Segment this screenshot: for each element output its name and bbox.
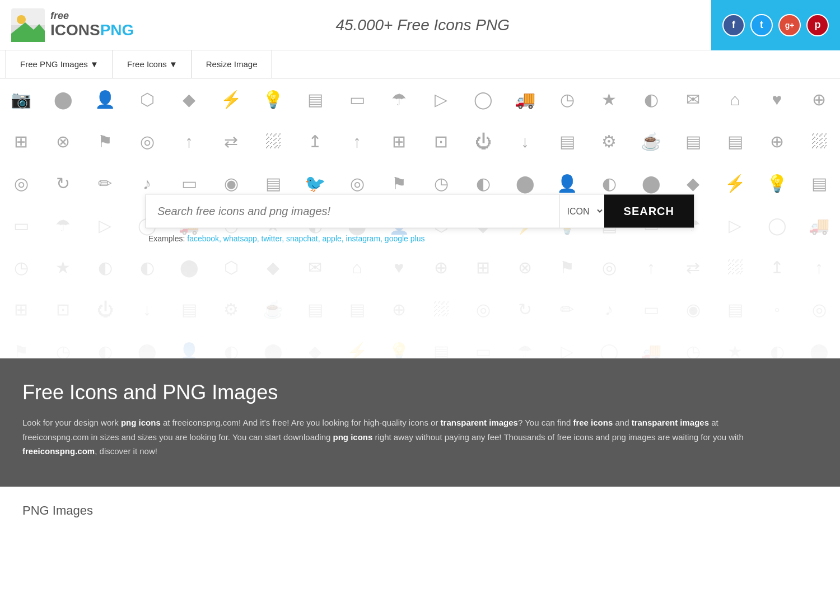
icon-cell: ↑ <box>336 120 378 162</box>
icon-cell: ↻ <box>504 288 546 330</box>
icon-cell: ◆ <box>168 78 210 120</box>
icon-cell: ⊞ <box>0 288 42 330</box>
icon-cell: ◐ <box>126 246 168 288</box>
twitter-social-btn[interactable]: t <box>750 14 773 36</box>
search-input[interactable] <box>146 195 559 228</box>
header: free ICONSPNG 45.000+ Free Icons PNG f t… <box>0 0 840 50</box>
icon-cell: ▤ <box>714 120 756 162</box>
icon-cell: 🚚 <box>630 330 672 358</box>
footer-light: PNG Images <box>0 487 840 535</box>
icon-cell: ↑ <box>630 246 672 288</box>
icon-cell: ☂ <box>378 78 420 120</box>
icon-cell: ⚑ <box>546 246 588 288</box>
icon-cell: ◯ <box>462 78 504 120</box>
nav-resize-image[interactable]: Resize Image <box>192 50 272 78</box>
facebook-social-btn[interactable]: f <box>722 14 745 36</box>
icon-cell: ☂ <box>504 330 546 358</box>
icon-cell: ⛆ <box>252 120 294 162</box>
nav-free-png-images[interactable]: Free PNG Images ▼ <box>6 50 113 78</box>
nav-free-icons[interactable]: Free Icons ▼ <box>113 50 192 78</box>
example-googleplus[interactable]: google plus <box>385 234 425 243</box>
logo-free-text: free <box>50 11 134 22</box>
icon-cell: ◆ <box>252 246 294 288</box>
icon-cell: ◎ <box>462 288 504 330</box>
search-button[interactable]: SEARCH <box>604 195 694 228</box>
icon-cell: ◎ <box>0 162 42 204</box>
icon-cell: ▭ <box>630 288 672 330</box>
icon-cell: ✏ <box>546 288 588 330</box>
search-box: ICON PNG SEARCH <box>146 194 694 228</box>
icon-cell: ⚙ <box>210 288 252 330</box>
footer-paragraph: Look for your design work png icons at f… <box>22 416 750 459</box>
icon-cell: ⬤ <box>42 78 84 120</box>
icon-cell: ◦ <box>756 288 798 330</box>
icon-cell: ⚑ <box>84 120 126 162</box>
icon-cell: ◉ <box>672 288 714 330</box>
icon-cell: ⛆ <box>714 246 756 288</box>
icon-cell: ★ <box>588 78 630 120</box>
icon-cell: ☕ <box>252 288 294 330</box>
icon-cell: 📷 <box>0 78 42 120</box>
icon-cell: ⊡ <box>420 120 462 162</box>
icon-cell: ⊗ <box>42 120 84 162</box>
icon-cell: ▤ <box>294 78 336 120</box>
example-instagram[interactable]: instagram, <box>346 234 382 243</box>
icon-cell: ↻ <box>42 162 84 204</box>
icon-cell: ⊕ <box>420 246 462 288</box>
footer-dark: Free Icons and PNG Images Look for your … <box>0 358 840 487</box>
icon-cell: 👤 <box>84 78 126 120</box>
icon-cell: ◐ <box>756 330 798 358</box>
icon-cell: ▭ <box>0 204 42 246</box>
example-whatsapp[interactable]: whatsapp, <box>223 234 259 243</box>
icon-cell: ⌂ <box>336 246 378 288</box>
example-snapchat[interactable]: snapchat, <box>286 234 320 243</box>
icon-cell: ▷ <box>84 204 126 246</box>
googleplus-social-btn[interactable]: g+ <box>778 14 801 36</box>
icon-cell: ▤ <box>168 288 210 330</box>
icon-cell: ▤ <box>672 120 714 162</box>
icon-cell: ⏻ <box>462 120 504 162</box>
pinterest-social-btn[interactable]: p <box>806 14 829 36</box>
example-twitter[interactable]: twitter, <box>262 234 284 243</box>
icon-cell: ◯ <box>756 204 798 246</box>
icon-cell: ⊡ <box>42 288 84 330</box>
svg-point-2 <box>17 15 26 24</box>
icon-cell: ⚑ <box>0 330 42 358</box>
search-type-select[interactable]: ICON PNG <box>559 195 604 228</box>
icon-cell: ↥ <box>294 120 336 162</box>
icon-cell: ⏻ <box>84 288 126 330</box>
icon-cell: ✏ <box>84 162 126 204</box>
icon-cell: ♪ <box>588 288 630 330</box>
icon-cell: ▤ <box>546 120 588 162</box>
icon-cell: ⬤ <box>126 330 168 358</box>
example-apple[interactable]: apple, <box>323 234 344 243</box>
icon-cell: ⛆ <box>798 120 840 162</box>
icon-cell: ◆ <box>294 330 336 358</box>
icon-cell: ⊗ <box>504 246 546 288</box>
icon-cell: ✉ <box>672 78 714 120</box>
icon-cell: ↓ <box>504 120 546 162</box>
icon-cell: ⇄ <box>210 120 252 162</box>
icon-cell: ◎ <box>798 288 840 330</box>
icon-cell: ☂ <box>42 204 84 246</box>
footer-light-heading: PNG Images <box>22 503 818 518</box>
icon-cell: ✉ <box>294 246 336 288</box>
logo-text: free ICONSPNG <box>50 11 134 39</box>
icon-cell: ⬤ <box>252 330 294 358</box>
icon-cell: ◐ <box>630 78 672 120</box>
icon-cell: ↓ <box>126 288 168 330</box>
icon-cell: ⇄ <box>672 246 714 288</box>
search-examples: Examples: facebook, whatsapp, twitter, s… <box>146 234 694 243</box>
logo-image-icon <box>11 8 45 42</box>
icon-cell: ◎ <box>588 246 630 288</box>
icon-cell: ◷ <box>546 78 588 120</box>
icon-cell: ☕ <box>630 120 672 162</box>
icon-cell: ⬡ <box>126 78 168 120</box>
icon-cell: ♥ <box>378 246 420 288</box>
main-nav: Free PNG Images ▼ Free Icons ▼ Resize Im… <box>0 50 840 78</box>
icon-cell: ↥ <box>756 246 798 288</box>
example-facebook[interactable]: facebook, <box>187 234 221 243</box>
logo[interactable]: free ICONSPNG <box>0 8 134 42</box>
icon-cell: ↑ <box>798 246 840 288</box>
icon-cell: ◷ <box>0 246 42 288</box>
